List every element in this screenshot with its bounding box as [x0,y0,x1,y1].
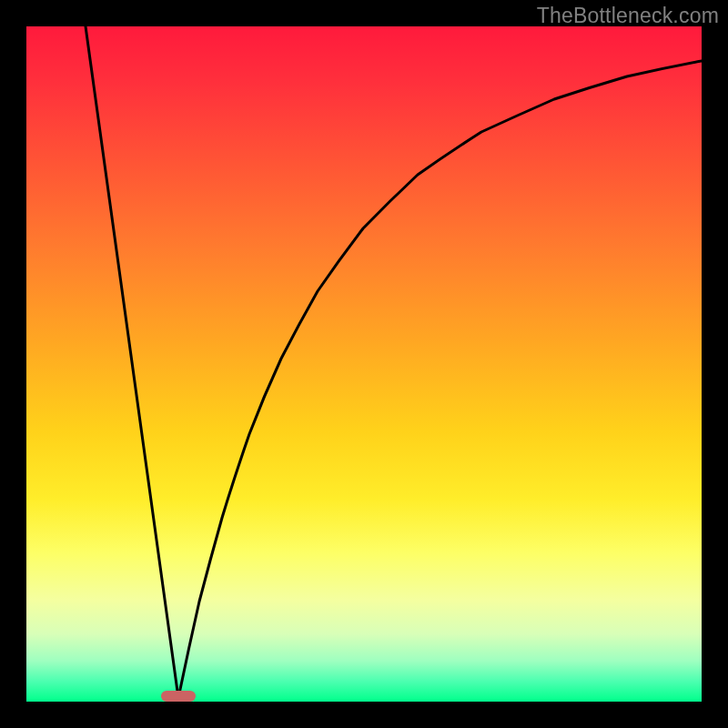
curve-layer [26,26,702,702]
left-line-path [86,26,178,698]
vertex-marker [161,691,196,702]
chart-frame: TheBottleneck.com [0,0,728,728]
plot-area [26,26,702,702]
watermark-text: TheBottleneck.com [537,4,719,28]
right-curve-path [178,61,702,698]
